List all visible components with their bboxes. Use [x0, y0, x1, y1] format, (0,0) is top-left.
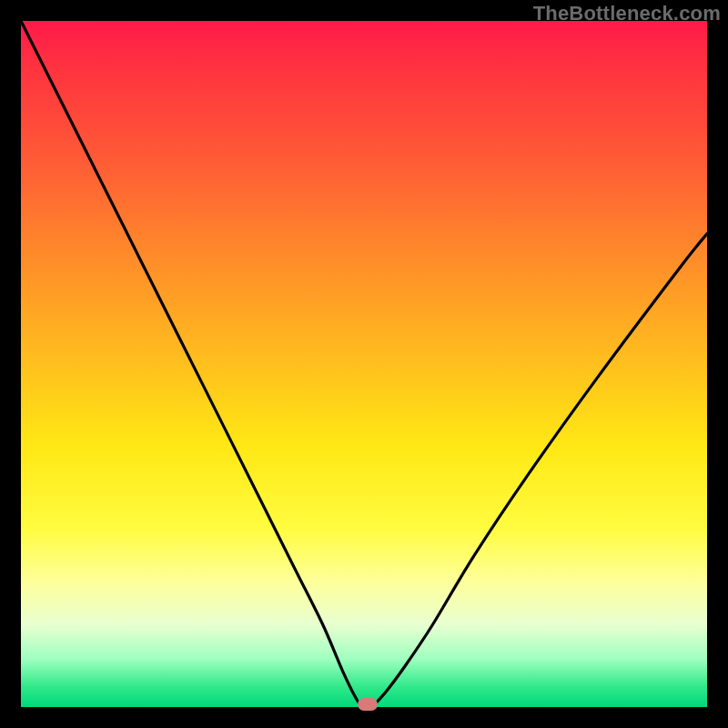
bottleneck-curve: [21, 21, 707, 707]
watermark-text: TheBottleneck.com: [533, 2, 721, 25]
plot-area: [21, 21, 707, 707]
chart-frame: TheBottleneck.com: [0, 0, 728, 728]
optimum-marker: [358, 698, 378, 711]
